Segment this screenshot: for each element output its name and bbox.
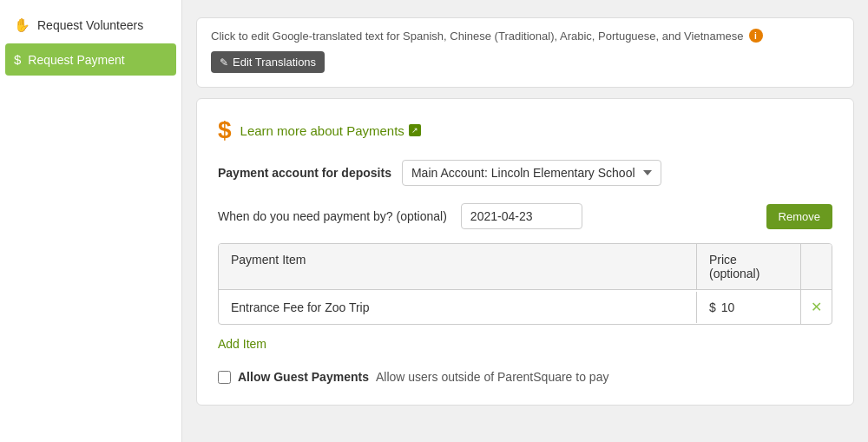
table-row-delete-button[interactable]: ✕ [800,290,832,324]
price-symbol: $ [709,300,716,314]
remove-button[interactable]: Remove [766,204,832,229]
sidebar-item-request-volunteers[interactable]: ✋ Request Volunteers [0,9,181,42]
guest-payments-row: Allow Guest Payments Allow users outside… [218,370,832,384]
sidebar: ✋ Request Volunteers $ Request Payment [0,0,182,442]
edit-translations-button[interactable]: ✎ Edit Translations [211,51,325,73]
table-cell-item: Entrance Fee for Zoo Trip [219,292,696,323]
volunteers-icon: ✋ [14,17,30,33]
payment-date-label: When do you need payment by? (optional) [218,209,447,223]
sidebar-item-payment-label: Request Payment [28,53,124,67]
price-value: 10 [721,300,735,314]
edit-translations-label: Edit Translations [233,56,316,69]
translation-card: Click to edit Google-translated text for… [196,17,854,88]
info-icon[interactable]: i [749,29,763,43]
table-col-price-header: Price (optional) [696,244,800,289]
payment-card: $ Learn more about Payments ↗ Payment ac… [196,98,854,406]
dollar-icon: $ [218,116,232,144]
payment-account-select[interactable]: Main Account: Lincoln Elementary School [402,160,661,186]
table-col-action-header [800,244,832,289]
table-header: Payment Item Price (optional) [219,244,832,290]
edit-icon: ✎ [220,56,228,69]
guest-payments-checkbox[interactable] [218,371,231,384]
payment-header: $ Learn more about Payments ↗ [218,116,832,144]
payment-date-row: When do you need payment by? (optional) … [218,203,832,229]
learn-more-link[interactable]: Learn more about Payments ↗ [240,123,421,138]
payment-account-label: Payment account for deposits [218,166,391,180]
table-row: Entrance Fee for Zoo Trip $ 10 ✕ [219,290,832,324]
main-content: Click to edit Google-translated text for… [182,0,868,442]
table-col-item-header: Payment Item [219,244,696,289]
translation-notice: Click to edit Google-translated text for… [211,29,839,43]
guest-payments-label-desc: Allow users outside of ParentSquare to p… [376,370,609,384]
learn-more-text: Learn more about Payments [240,123,404,138]
sidebar-item-volunteers-label: Request Volunteers [37,18,143,32]
external-link-icon: ↗ [409,124,421,136]
table-cell-price: $ 10 [696,292,800,323]
guest-payments-label-bold: Allow Guest Payments [238,370,369,384]
payment-account-row: Payment account for deposits Main Accoun… [218,160,832,186]
translation-notice-text: Click to edit Google-translated text for… [211,30,744,43]
add-item-link[interactable]: Add Item [218,337,266,351]
payment-table: Payment Item Price (optional) Entrance F… [218,243,832,325]
dollar-sidebar-icon: $ [14,52,21,67]
sidebar-item-request-payment[interactable]: $ Request Payment [5,43,176,76]
payment-date-input[interactable] [461,203,582,229]
